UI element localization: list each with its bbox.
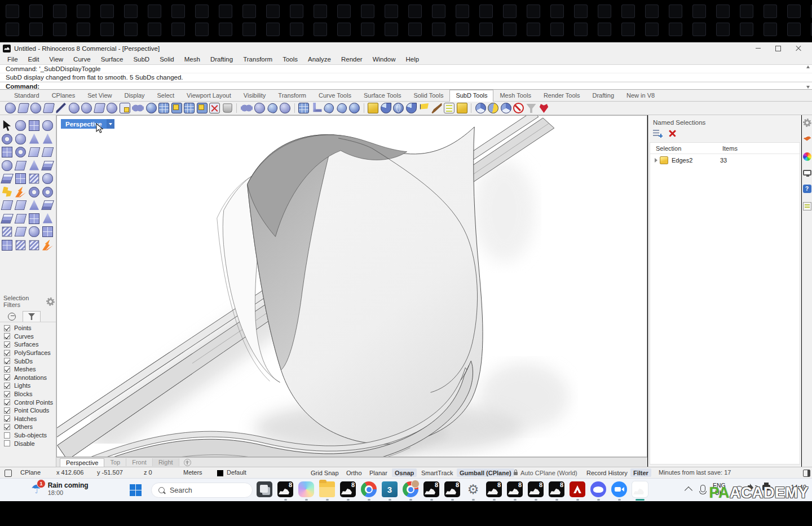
copilot-icon[interactable]	[298, 481, 314, 497]
ribbon-tool-icon[interactable]	[41, 200, 54, 210]
scroll-up-icon[interactable]	[806, 65, 810, 68]
checkbox-sub-objects[interactable]	[4, 432, 10, 439]
subd-cube-ball-icon[interactable]	[457, 103, 467, 113]
toolbar-tab-render-tools[interactable]: Render Tools	[537, 90, 586, 101]
filter-row-surfaces[interactable]: Surfaces	[0, 340, 56, 349]
menu-curve[interactable]: Curve	[68, 55, 96, 63]
toolbar-tab-select[interactable]: Select	[151, 90, 181, 101]
toolbar-tab-mesh-tools[interactable]: Mesh Tools	[493, 90, 537, 101]
filter-row-control-points[interactable]: Control Points	[0, 398, 56, 406]
subd-wrench-icon[interactable]	[311, 103, 322, 113]
subd-cylinder-icon[interactable]	[2, 147, 12, 157]
file-explorer-icon[interactable]	[319, 481, 335, 497]
restore-button[interactable]	[768, 43, 788, 54]
chrome-profile-icon[interactable]	[403, 481, 418, 497]
viewport-tab-right[interactable]: Right	[153, 458, 179, 466]
layers-panel-icon[interactable]	[803, 135, 811, 143]
flat-triangle-icon[interactable]	[29, 200, 39, 211]
menu-drafting[interactable]: Drafting	[205, 55, 238, 63]
checkbox-polysurfaces[interactable]	[4, 350, 10, 356]
subd-crown-icon[interactable]	[42, 173, 53, 184]
microphone-icon[interactable]	[700, 485, 705, 492]
subd-bevel-icon[interactable]	[42, 103, 54, 113]
scatter-squares-icon[interactable]	[42, 226, 53, 237]
rhino-8-icon[interactable]: 8	[340, 481, 356, 497]
menu-render[interactable]: Render	[336, 55, 368, 63]
toolbar-tab-cplanes[interactable]: CPlanes	[46, 90, 82, 101]
subd-torus-icon[interactable]	[15, 147, 26, 157]
zoom-icon[interactable]	[611, 481, 627, 497]
status-toggle-ortho[interactable]: Ortho	[343, 468, 365, 477]
checkbox-curves[interactable]	[4, 333, 10, 339]
grid-4-icon[interactable]	[29, 213, 39, 224]
subd-weld-icon[interactable]	[254, 103, 265, 113]
subd-box-icon[interactable]	[29, 120, 39, 131]
subd-corner-icon[interactable]	[406, 103, 417, 113]
subd-offset-icon[interactable]	[93, 103, 105, 113]
menu-file[interactable]: File	[2, 55, 23, 63]
curve-hook-1-icon[interactable]	[1, 200, 13, 210]
gear-icon[interactable]	[47, 299, 54, 305]
subd-sheets-icon[interactable]	[1, 174, 14, 183]
viewport-tab-top[interactable]: Top	[104, 458, 126, 466]
subd-sphere-icon[interactable]	[2, 134, 12, 144]
toolbar-tab-drafting[interactable]: Drafting	[586, 90, 621, 101]
viewport-menu-dropdown[interactable]	[107, 119, 114, 129]
subd-waves-icon[interactable]	[29, 174, 39, 183]
menu-view[interactable]: View	[44, 55, 68, 63]
subd-fan-icon[interactable]	[381, 103, 391, 113]
menu-mesh[interactable]: Mesh	[179, 55, 205, 63]
filter-row-disable[interactable]: Disable	[0, 439, 56, 448]
add-viewport-icon[interactable]	[184, 459, 191, 466]
menu-help[interactable]: Help	[401, 55, 425, 63]
subd-fillet-icon[interactable]	[69, 103, 80, 113]
subd-display-toggle-icon[interactable]	[5, 103, 16, 113]
filter-row-sub-objects[interactable]: Sub-objects	[0, 431, 56, 440]
weather-widget[interactable]: ☂ 1 Rain coming 18:00	[31, 481, 89, 497]
subd-cone-icon[interactable]	[29, 134, 39, 144]
rhino-8-icon[interactable]: 8	[549, 481, 564, 497]
subd-pipe-2-icon[interactable]	[336, 102, 348, 115]
pane-toggle-icon[interactable]	[5, 470, 12, 477]
subd-funnel-icon[interactable]	[526, 103, 537, 113]
filter-row-meshes[interactable]: Meshes	[0, 365, 56, 374]
status-toggle-planar[interactable]: Planar	[367, 468, 390, 477]
status-toggle-auto-cplane-world-[interactable]: Auto CPlane (World)	[511, 468, 580, 477]
subd-net-icon[interactable]	[349, 103, 360, 113]
filter-row-point-clouds[interactable]: Point Clouds	[0, 406, 56, 415]
subd-slide-edge-icon[interactable]	[184, 103, 195, 113]
status-toggle-grid-snap[interactable]: Grid Snap	[308, 468, 342, 477]
toolbar-tab-display[interactable]: Display	[118, 90, 151, 101]
delete-named-selection-icon[interactable]	[669, 130, 676, 137]
subd-flag-icon[interactable]	[418, 103, 429, 113]
column-selection[interactable]: Selection	[650, 145, 722, 152]
subd-grid-tool-icon[interactable]	[298, 103, 309, 113]
subd-thicken-icon[interactable]	[107, 103, 117, 113]
filter-row-blocks[interactable]: Blocks	[0, 390, 56, 398]
subd-half-ball-icon[interactable]	[488, 103, 498, 113]
filter-row-annotations[interactable]: Annotations	[0, 374, 56, 382]
rhino-8-icon[interactable]: 8	[632, 481, 648, 497]
new-named-selection-icon[interactable]	[653, 130, 662, 137]
display-panel-icon[interactable]	[803, 170, 811, 176]
subd-merge-faces-icon[interactable]	[241, 102, 253, 114]
subd-insert-edge-icon[interactable]	[158, 103, 169, 113]
status-toggle-record-history[interactable]: Record History	[584, 468, 630, 477]
subd-multipipe-icon[interactable]	[323, 102, 336, 115]
sheet-pair-icon[interactable]	[1, 213, 14, 223]
subd-arc-1-icon[interactable]	[28, 147, 40, 157]
subd-band-2-icon[interactable]	[42, 187, 53, 198]
checkbox-blocks[interactable]	[4, 391, 10, 397]
filter-row-lights[interactable]: Lights	[0, 382, 56, 390]
toolbar-tab-standard[interactable]: Standard	[8, 90, 46, 101]
subd-append-face-icon[interactable]	[120, 103, 130, 113]
menu-window[interactable]: Window	[368, 55, 401, 63]
command-prompt[interactable]: Command:	[0, 82, 812, 90]
status-toggle-filter[interactable]: Filter	[630, 468, 651, 477]
toolbar-tab-transform[interactable]: Transform	[272, 90, 312, 101]
rhino-8-icon[interactable]: 8	[507, 481, 523, 497]
menu-transform[interactable]: Transform	[238, 55, 277, 63]
toolbar-tab-subd-tools[interactable]: SubD Tools	[449, 90, 493, 102]
subd-from-box-icon[interactable]	[368, 103, 378, 113]
menu-edit[interactable]: Edit	[23, 55, 45, 63]
